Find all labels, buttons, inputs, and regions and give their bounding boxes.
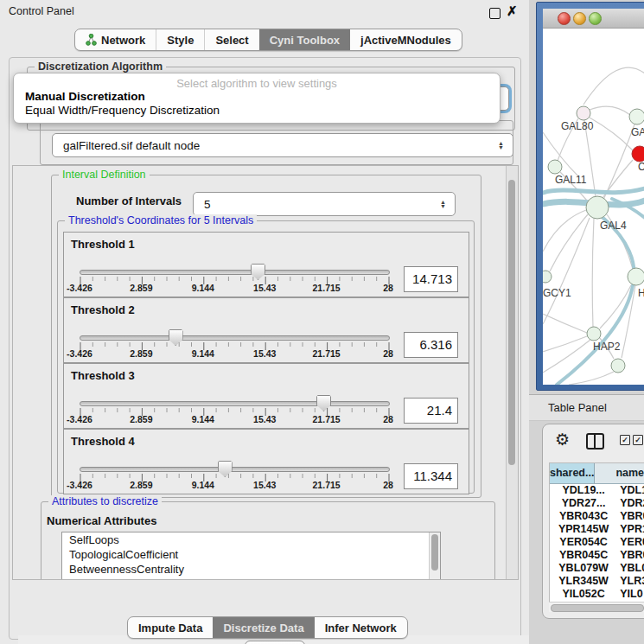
- popup-option-equal-width[interactable]: Equal Width/Frequency Discretization: [25, 104, 220, 117]
- table-row[interactable]: YDR27...YDR2: [550, 497, 644, 510]
- cell-shared-name: YBR043C: [550, 510, 617, 523]
- cell-name: YBL0: [617, 562, 644, 575]
- threshold-label: Threshold 1: [71, 238, 135, 251]
- table-header[interactable]: shared... name: [550, 463, 644, 484]
- network-edge: [583, 67, 644, 105]
- gear-icon[interactable]: ⚙: [555, 430, 570, 450]
- close-traffic-light-icon[interactable]: [558, 12, 571, 25]
- attributes-list[interactable]: SelfLoopsTopologicalCoefficientBetweenne…: [61, 532, 441, 580]
- table-row[interactable]: YDL19...YDL1: [550, 484, 644, 497]
- node-label: C: [638, 161, 644, 173]
- slider-track[interactable]: [80, 335, 390, 341]
- table-row[interactable]: YPR145WYPR1: [550, 523, 644, 536]
- network-node-c[interactable]: [632, 146, 644, 162]
- network-window: GAL80GACGAL11GAL4GCY1HHAP2: [536, 2, 644, 391]
- table-row[interactable]: YLR345WYLR3: [550, 575, 644, 588]
- network-node-gcy1[interactable]: [543, 271, 552, 283]
- tab-style[interactable]: Style: [156, 29, 204, 50]
- column-header-name[interactable]: name: [595, 463, 644, 483]
- cell-name: YBR0: [617, 549, 644, 562]
- num-intervals-value: 5: [204, 198, 211, 211]
- checkbox-icon[interactable]: ✓: [633, 435, 643, 445]
- list-item[interactable]: TopologicalCoefficient: [62, 547, 440, 562]
- list-item[interactable]: SelfLoops: [62, 532, 440, 547]
- interval-definition-group: Interval Definition Number of Intervals …: [51, 175, 481, 498]
- tab-jactivemnodules[interactable]: jActiveMNodules: [350, 29, 462, 50]
- cell-name: YER0: [617, 536, 644, 549]
- table-row[interactable]: YBR043CYBR0: [550, 510, 644, 523]
- list-scrollbar[interactable]: [429, 532, 440, 580]
- tick-label: 2.859: [119, 414, 163, 424]
- table-data-combo[interactable]: galFiltered.sif default node ▲▼: [52, 133, 513, 157]
- network-edge: [592, 219, 594, 327]
- numerical-attributes-label: Numerical Attributes: [47, 514, 156, 527]
- cell-shared-name: YBR045C: [550, 549, 617, 562]
- network-node-gal11[interactable]: [548, 160, 562, 174]
- table-row[interactable]: YER054CYER0: [550, 536, 644, 549]
- list-item[interactable]: BetweennessCentrality: [62, 562, 440, 577]
- popup-option-manual[interactable]: Manual Discretization: [25, 90, 145, 103]
- tick-label: -3.426: [58, 480, 101, 490]
- apply-button[interactable]: Apply: [245, 641, 305, 644]
- tick-label: 15.43: [243, 414, 286, 424]
- scroll-viewport: Interval Definition Number of Intervals …: [12, 165, 519, 580]
- tab-label: Select: [215, 34, 248, 47]
- table-data-value: galFiltered.sif default node: [63, 139, 200, 152]
- cell-name: YLR3: [617, 575, 644, 588]
- threshold-value-field[interactable]: 6.316: [404, 332, 458, 358]
- threshold-value-field[interactable]: 14.713: [404, 266, 458, 292]
- tab-select[interactable]: Select: [204, 29, 258, 50]
- bottom-tab-bar: Impute DataDiscretize DataInfer Network: [127, 616, 408, 639]
- tick-label: 2.859: [119, 348, 163, 359]
- tab-label: Network: [101, 34, 145, 47]
- network-node-hap2[interactable]: [587, 327, 601, 341]
- network-node[interactable]: [611, 359, 625, 373]
- network-node-gal4[interactable]: [586, 196, 609, 219]
- node-label: GCY1: [543, 287, 571, 299]
- tab-cyni-toolbox[interactable]: Cyni Toolbox: [259, 29, 350, 50]
- tick-label: 9.144: [182, 283, 225, 293]
- float-window-icon[interactable]: [489, 8, 501, 19]
- tick-label: -3.426: [58, 414, 101, 424]
- split-columns-icon[interactable]: [586, 433, 604, 450]
- network-node-h[interactable]: [628, 268, 644, 285]
- table-row[interactable]: YBL079WYBL0: [550, 562, 644, 575]
- tab-label: Infer Network: [325, 622, 397, 634]
- group-title: Threshold's Coordinates for 5 Intervals: [65, 214, 257, 226]
- popup-hint: Select algorithm to view settings: [14, 77, 500, 90]
- cell-shared-name: YPR145W: [550, 523, 617, 536]
- tab-network[interactable]: Network: [75, 29, 156, 50]
- network-node-ga[interactable]: [629, 109, 644, 124]
- threshold-label: Threshold 3: [71, 369, 135, 382]
- close-icon[interactable]: ✗: [507, 3, 518, 19]
- tab-label: jActiveMNodules: [360, 34, 451, 47]
- num-intervals-combo[interactable]: 5 ▲▼: [193, 192, 456, 216]
- node-label: GAL80: [561, 120, 594, 132]
- tab-discretize-data[interactable]: Discretize Data: [213, 617, 314, 638]
- column-header-shared-name[interactable]: shared...: [550, 463, 595, 483]
- tick-label: 21.715: [305, 283, 348, 293]
- vertical-scrollbar[interactable]: [506, 166, 518, 579]
- horizontal-scrollbar[interactable]: [549, 602, 644, 612]
- network-canvas[interactable]: GAL80GACGAL11GAL4GCY1HHAP2: [543, 29, 644, 385]
- tab-impute-data[interactable]: Impute Data: [128, 617, 213, 638]
- table-panel-title: Table Panel: [548, 401, 607, 414]
- slider-track[interactable]: [80, 270, 390, 275]
- threshold-panel-1: Threshold 1-3.4262.8599.14415.4321.71528…: [63, 232, 469, 297]
- checkbox-icon[interactable]: ✓: [620, 435, 630, 445]
- cell-name: YBR0: [617, 510, 644, 523]
- table-row[interactable]: YBR045CYBR0: [550, 549, 644, 562]
- node-label: GAL4: [600, 220, 627, 232]
- threshold-value-field[interactable]: 21.4: [404, 398, 458, 424]
- minimize-traffic-light-icon[interactable]: [573, 12, 586, 25]
- zoom-traffic-light-icon[interactable]: [589, 12, 602, 25]
- tab-infer-network[interactable]: Infer Network: [315, 617, 407, 638]
- network-node-gal80[interactable]: [577, 106, 590, 120]
- threshold-value-field[interactable]: 11.344: [404, 463, 458, 489]
- network-edge: [590, 106, 630, 115]
- table-row[interactable]: YIL052CYIL0: [550, 588, 644, 601]
- network-window-titlebar[interactable]: [543, 9, 644, 29]
- node-table[interactable]: shared... name YDL19...YDL1YDR27...YDR2Y…: [549, 462, 644, 603]
- slider-track[interactable]: [80, 401, 390, 406]
- slider-track[interactable]: [80, 467, 390, 472]
